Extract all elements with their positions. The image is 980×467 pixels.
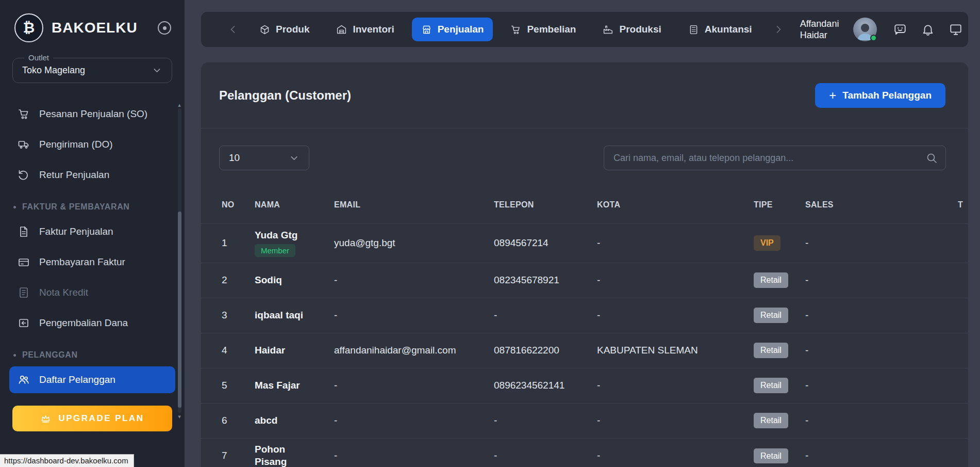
feedback-button[interactable] xyxy=(893,23,907,36)
col-header-telepon: TELEPON xyxy=(494,186,597,223)
document-icon xyxy=(18,226,30,238)
plus-icon: + xyxy=(829,91,836,100)
cell-telepon: - xyxy=(494,298,597,333)
tab-penjualan[interactable]: Penjualan xyxy=(412,18,493,41)
table-row[interactable]: 3 iqbaal taqi - - - Retail - xyxy=(201,298,968,333)
main-area: Produk Inventori Penjualan Pembelian Pro… xyxy=(185,0,980,467)
table-row[interactable]: 6 abcd - - - Retail - xyxy=(201,403,968,438)
cell-email: affandanihaidar@gmail.com xyxy=(334,333,494,368)
table-row[interactable]: 2 Sodiq - 082345678921 - Retail - xyxy=(201,263,968,298)
tipe-badge: Retail xyxy=(754,448,788,463)
tab-inventori[interactable]: Inventori xyxy=(327,18,403,41)
sidebar-item-retur-penjualan[interactable]: Retur Penjualan xyxy=(9,162,175,188)
bell-icon xyxy=(921,23,935,36)
cell-nama: Sodiq xyxy=(255,263,334,298)
sidebar-menu: Pesanan Penjualan (SO) Pengiriman (DO) R… xyxy=(0,101,185,393)
page-size-select[interactable]: 10 xyxy=(219,146,309,170)
nav-scroll-left-button[interactable] xyxy=(222,23,244,36)
scrollbar-track[interactable] xyxy=(178,108,181,413)
warehouse-icon xyxy=(336,24,347,35)
sidebar-item-daftar-pelanggan[interactable]: Daftar Pelanggan xyxy=(9,366,175,393)
cell-clipped xyxy=(958,368,968,403)
sidebar-section-faktur: FAKTUR & PEMBAYARAN xyxy=(9,192,175,215)
cell-kota: - xyxy=(597,403,754,438)
display-mode-button[interactable] xyxy=(949,23,962,36)
cell-tipe: Retail xyxy=(754,298,805,333)
col-header-nama: NAMA xyxy=(255,186,334,223)
online-status-dot xyxy=(870,35,877,41)
payment-icon xyxy=(18,256,30,268)
scroll-up-icon[interactable]: ▴ xyxy=(178,101,181,108)
table-row[interactable]: 5 Mas Fajar - 0896234562141 - Retail - xyxy=(201,368,968,403)
sidebar-item-faktur-penjualan[interactable]: Faktur Penjualan xyxy=(9,218,175,245)
customer-name: Haidar xyxy=(255,344,285,357)
info-icon[interactable] xyxy=(158,21,171,35)
tab-pembelian[interactable]: Pembelian xyxy=(501,18,585,41)
col-header-email: EMAIL xyxy=(334,186,494,223)
customer-card: Pelanggan (Customer) + Tambah Pelanggan … xyxy=(201,62,968,467)
upgrade-plan-button[interactable]: UPGRADE PLAN xyxy=(12,406,172,431)
cell-clipped xyxy=(958,333,968,368)
sidebar-section-pelanggan: PELANGGAN xyxy=(9,340,175,363)
section-label: PELANGGAN xyxy=(22,350,78,360)
notifications-button[interactable] xyxy=(921,23,935,36)
factory-icon xyxy=(603,24,613,35)
avatar[interactable] xyxy=(853,18,877,41)
cell-tipe: Retail xyxy=(754,263,805,298)
cell-no: 5 xyxy=(201,368,255,403)
sidebar-item-label: Retur Penjualan xyxy=(39,169,109,181)
nav-scroll-right-button[interactable] xyxy=(767,23,790,36)
cell-sales: - xyxy=(805,403,958,438)
brand-row: ₿ BAKOELKU xyxy=(0,0,185,42)
section-label: FAKTUR & PEMBAYARAN xyxy=(22,202,129,212)
page-size-value: 10 xyxy=(229,152,240,164)
cell-telepon: 082345678921 xyxy=(494,263,597,298)
tab-label: Produk xyxy=(276,24,309,35)
search-box xyxy=(604,146,946,170)
cell-email: yuda@gtg.bgt xyxy=(334,223,494,263)
top-navigation: Produk Inventori Penjualan Pembelian Pro… xyxy=(201,12,968,47)
sidebar-item-nota-kredit[interactable]: Nota Kredit xyxy=(9,279,175,306)
cell-telepon: 0894567214 xyxy=(494,223,597,263)
sidebar-item-label: Nota Kredit xyxy=(39,287,88,298)
cell-sales: - xyxy=(805,298,958,333)
monitor-icon xyxy=(949,23,962,36)
table-row[interactable]: 1 Yuda Gtg Member yuda@gtg.bgt 089456721… xyxy=(201,223,968,263)
cell-telepon: - xyxy=(494,438,597,467)
cell-no: 6 xyxy=(201,403,255,438)
tab-produksi[interactable]: Produksi xyxy=(593,18,670,41)
users-icon xyxy=(18,374,30,386)
cell-email: - xyxy=(334,298,494,333)
tab-produk[interactable]: Produk xyxy=(250,18,319,41)
table-row[interactable]: 7 Pohon Pisang - - - Retail - xyxy=(201,438,968,467)
customer-name: Sodiq xyxy=(255,274,282,287)
tab-akuntansi[interactable]: Akuntansi xyxy=(679,18,761,41)
cell-sales: - xyxy=(805,368,958,403)
cell-tipe: Retail xyxy=(754,333,805,368)
search-input[interactable] xyxy=(604,146,946,170)
table-row[interactable]: 4 Haidar affandanihaidar@gmail.com 08781… xyxy=(201,333,968,368)
cell-clipped xyxy=(958,223,968,263)
cell-no: 4 xyxy=(201,333,255,368)
customer-name: Yuda Gtg xyxy=(255,229,297,242)
outlet-selector[interactable]: Outlet Toko Magelang xyxy=(12,58,172,83)
cell-nama: iqbaal taqi xyxy=(255,298,334,333)
scroll-down-icon[interactable]: ▾ xyxy=(178,413,181,420)
sidebar-item-pengiriman[interactable]: Pengiriman (DO) xyxy=(9,131,175,158)
cell-no: 1 xyxy=(201,223,255,263)
sidebar-item-pesanan-penjualan[interactable]: Pesanan Penjualan (SO) xyxy=(9,101,175,127)
cell-no: 7 xyxy=(201,438,255,467)
tipe-badge: VIP xyxy=(754,235,780,250)
sidebar-item-pengembalian-dana[interactable]: Pengembalian Dana xyxy=(9,310,175,336)
card-header: Pelanggan (Customer) + Tambah Pelanggan xyxy=(201,62,968,128)
member-badge: Member xyxy=(255,244,295,257)
customer-name: iqbaal taqi xyxy=(255,309,303,322)
user-name: Affandani Haidar xyxy=(800,18,839,41)
cell-kota: - xyxy=(597,438,754,467)
scrollbar-thumb[interactable] xyxy=(178,212,181,408)
tipe-badge: Retail xyxy=(754,378,788,393)
sidebar-scrollbar[interactable]: ▴ ▾ xyxy=(176,101,182,420)
sidebar-item-pembayaran-faktur[interactable]: Pembayaran Faktur xyxy=(9,249,175,276)
cell-telepon: 0896234562141 xyxy=(494,368,597,403)
add-customer-button[interactable]: + Tambah Pelanggan xyxy=(815,83,945,108)
